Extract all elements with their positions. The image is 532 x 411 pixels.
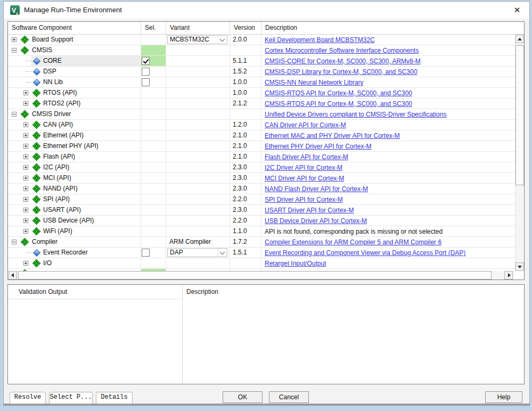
expand-plus-icon[interactable]	[23, 197, 28, 202]
expand-plus-icon[interactable]	[23, 133, 28, 138]
description-link[interactable]: Keil Development Board MCBSTM32C	[261, 35, 375, 45]
description-link[interactable]: USB Device Driver API for Cortex-M	[261, 216, 367, 226]
help-button[interactable]: Help	[485, 391, 522, 403]
description-link[interactable]: Ethernet PHY Driver API for Cortex-M	[261, 142, 372, 152]
tree-item-label[interactable]: RTOS2 (API)	[43, 98, 80, 109]
tree-cell: CMSIS Driver	[8, 109, 141, 119]
tree-cell: MCI (API)	[8, 173, 141, 183]
component-group-icon	[21, 47, 28, 54]
expand-plus-icon[interactable]	[23, 165, 28, 170]
resolve-button[interactable]: Resolve	[10, 392, 46, 404]
expand-plus-icon[interactable]	[23, 122, 28, 127]
tree-item-label[interactable]: NN Lib	[43, 77, 63, 87]
version-cell: 2.1.0	[230, 141, 261, 151]
tree-item-label[interactable]: Flash (API)	[43, 152, 75, 162]
description-link[interactable]: USART Driver API for Cortex-M	[261, 206, 354, 216]
description-link[interactable]: Cortex Microcontroller Software Interfac…	[261, 46, 419, 56]
expand-plus-icon[interactable]	[23, 208, 28, 212]
expand-plus-icon[interactable]	[23, 186, 28, 191]
description-cell: USART Driver API for Cortex-M	[261, 205, 515, 215]
tree-item-label[interactable]: CORE	[43, 56, 62, 66]
expand-plus-icon[interactable]	[23, 91, 28, 95]
tree-item-label[interactable]: Compiler	[32, 237, 58, 247]
tree-item-label[interactable]: I2C (API)	[43, 162, 69, 172]
description-link[interactable]: Event Recording and Component Viewer via…	[261, 248, 465, 258]
description-link[interactable]: CMSIS-CORE for Cortex-M, SC000, SC300, A…	[261, 56, 421, 67]
table-row: CMSISCortex Microcontroller Software Int…	[8, 45, 515, 56]
tree-item-label[interactable]: DSP	[43, 67, 56, 77]
description-link[interactable]: CAN Driver API for Cortex-M	[261, 120, 346, 130]
description-link[interactable]: NAND Flash Driver API for Cortex-M	[261, 184, 368, 194]
tree-item-label[interactable]: WiFi (API)	[43, 226, 72, 236]
description-link[interactable]: CMSIS-RTOS API for Cortex-M, SC000, and …	[261, 99, 412, 109]
description-link[interactable]: SPI Driver API for Cortex-M	[261, 195, 343, 205]
tree-item-label[interactable]: Board Support	[32, 35, 73, 45]
vertical-scrollbar[interactable]	[515, 35, 523, 271]
sel-cell	[141, 184, 166, 194]
chevron-down-icon[interactable]	[218, 36, 227, 44]
description-link[interactable]: Flash Driver API for Cortex-M	[261, 152, 348, 162]
expand-plus-icon[interactable]	[23, 101, 28, 106]
collapse-minus-icon[interactable]	[12, 48, 17, 53]
component-group-icon	[33, 185, 40, 192]
tree-item-label[interactable]: CMSIS	[32, 45, 52, 55]
collapse-minus-icon[interactable]	[12, 240, 17, 244]
description-link[interactable]: Unified Device Drivers compliant to CMSI…	[261, 110, 446, 120]
desktop-background: Vs Manage Run-Time Environment ✕ Softwar…	[0, 0, 532, 411]
version-value: 2.2.0	[230, 194, 261, 204]
component-group-icon	[33, 260, 40, 267]
close-icon[interactable]: ✕	[509, 4, 525, 17]
description-link[interactable]: CMSIS-DSP Library for Cortex-M, SC000, a…	[261, 67, 418, 77]
expand-plus-icon[interactable]	[23, 218, 28, 223]
sel-cell	[141, 152, 166, 162]
expand-plus-icon[interactable]	[23, 176, 28, 180]
scroll-down-button[interactable]	[515, 262, 524, 271]
tree-item-label[interactable]: MCI (API)	[43, 173, 71, 183]
tree-item-label[interactable]: NAND (API)	[43, 184, 78, 194]
scroll-left-button[interactable]	[9, 271, 17, 280]
details-button[interactable]: Details	[96, 392, 133, 404]
description-link[interactable]: I2C Driver API for Cortex-M	[261, 163, 342, 173]
select-packs-button[interactable]: Select P...	[49, 392, 93, 404]
checkbox-checked[interactable]	[142, 57, 150, 65]
tree-item-label[interactable]: Ethernet (API)	[43, 130, 84, 141]
table-row: Event RecorderDAP1.5.1Event Recording an…	[8, 248, 515, 258]
checkbox-unchecked[interactable]	[142, 68, 150, 76]
description-link[interactable]: CMSIS-NN Neural Network Library	[261, 78, 363, 88]
panel-divider[interactable]	[182, 285, 183, 384]
collapse-minus-icon[interactable]	[12, 112, 17, 117]
expand-plus-icon[interactable]	[23, 261, 28, 266]
expand-plus-icon[interactable]	[23, 229, 28, 234]
vertical-scroll-thumb[interactable]	[515, 45, 524, 185]
checkbox-unchecked[interactable]	[142, 249, 150, 257]
description-cell: CMSIS-RTOS API for Cortex-M, SC000, and …	[261, 88, 515, 98]
checkbox-unchecked[interactable]	[142, 78, 150, 86]
expand-plus-icon[interactable]	[12, 37, 17, 42]
tree-item-label[interactable]: CAN (API)	[43, 120, 73, 130]
tree-item-label[interactable]: Ethernet PHY (API)	[43, 141, 99, 151]
horizontal-scrollbar[interactable]	[9, 271, 514, 280]
variant-dropdown[interactable]: MCBSTM32C	[167, 35, 227, 44]
description-link[interactable]: Compiler Extensions for ARM Compiler 5 a…	[261, 237, 441, 248]
cancel-button[interactable]: Cancel	[269, 391, 309, 403]
description-cell: Ethernet MAC and PHY Driver API for Cort…	[261, 130, 515, 141]
expand-plus-icon[interactable]	[23, 144, 28, 149]
variant-dropdown[interactable]: DAP	[167, 248, 227, 257]
tree-item-label[interactable]: USART (API)	[43, 205, 81, 215]
tree-item-label[interactable]: RTOS (API)	[43, 88, 77, 98]
description-link[interactable]: Retarget Input/Output	[261, 259, 326, 269]
expand-plus-icon[interactable]	[23, 154, 28, 159]
tree-item-label[interactable]: I/O	[43, 258, 52, 268]
scroll-right-button[interactable]	[504, 271, 513, 280]
horizontal-scroll-thumb[interactable]	[18, 271, 492, 280]
description-link[interactable]: Ethernet MAC and PHY Driver API for Cort…	[261, 131, 400, 141]
scroll-up-button[interactable]	[515, 35, 524, 43]
tree-item-label[interactable]: USB Device (API)	[43, 216, 94, 226]
description-link[interactable]: CMSIS-RTOS API for Cortex-M, SC000, and …	[261, 88, 412, 98]
tree-item-label[interactable]: SPI (API)	[43, 194, 70, 204]
tree-item-label[interactable]: CMSIS Driver	[32, 109, 71, 119]
tree-item-label[interactable]: Event Recorder	[43, 248, 87, 258]
ok-button[interactable]: OK	[223, 391, 263, 403]
description-link[interactable]: MCI Driver API for Cortex-M	[261, 174, 344, 184]
chevron-down-icon[interactable]	[218, 249, 227, 257]
